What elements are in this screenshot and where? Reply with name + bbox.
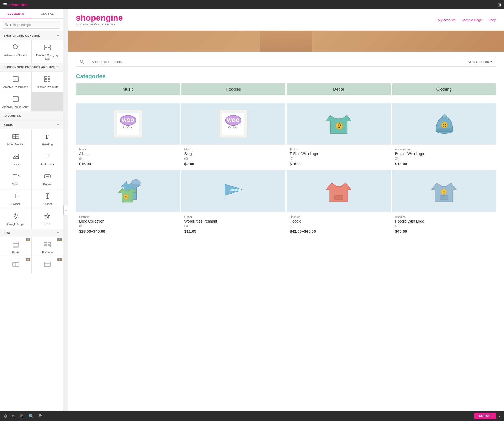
sidebar-search-area: 🔍 [0,19,63,31]
product-card-hoodie-logo[interactable]: Hoodies Hoodie With Logo (0) $45.00 [392,170,496,237]
product-card-album[interactable]: WOO the album Music Album (0) $15.00 [76,103,180,169]
svg-rect-45 [48,242,51,244]
widget-video[interactable]: Video [0,169,31,189]
search-toolbar-icon[interactable]: 🔍 [29,414,34,419]
widget-advanced-search[interactable]: Advanced Search [0,40,31,63]
archive-products-icon [44,75,51,84]
nav-my-account[interactable]: My account [438,18,455,22]
section-basic[interactable]: BASIC ▼ [0,121,63,129]
svg-text:WOO: WOO [227,117,240,123]
svg-point-72 [442,115,447,119]
svg-rect-29 [13,174,17,178]
category-clothing[interactable]: Clothing [392,83,496,95]
product-card-beanie[interactable]: Accessories Beanie With Logo (0) $18.00 [392,103,496,169]
category-select-wrap[interactable]: All Categories ▾ [464,57,496,66]
sidebar-collapse-button[interactable]: ‹ [63,205,68,215]
section-shopengine-product-archive[interactable]: SHOPENGINE PRODUCT ARCHIVE ▼ [0,63,63,72]
section-shopengine-general[interactable]: SHOPENGINE GENERAL ▼ [0,31,63,40]
product-info-tshirt: Tshirts T-Shirt With Logo (0) $18.00 [287,145,391,169]
svg-point-75 [445,124,446,125]
settings-icon[interactable]: ⚙ [4,414,7,419]
archive-description-icon [12,75,19,84]
preview-icon[interactable]: 👁 [38,414,42,418]
update-button[interactable]: UPDATE [474,413,496,419]
history-icon[interactable]: ↺ [12,414,15,419]
widget-heading[interactable]: T Heading [32,129,63,149]
widget-portfolio[interactable]: 🔒 Portfolio [32,237,63,257]
product-info-hoodie: Hoodies Hoodie (0) $42.00–$45.00 [287,212,391,237]
product-name-beanie: Beanie With Logo [395,152,493,156]
widget-divider[interactable]: Divider [0,189,31,208]
section-favorites[interactable]: FAVORITES › [0,111,63,121]
product-card-hoodie[interactable]: Hoodies Hoodie (0) $42.00–$45.00 [287,170,391,237]
tab-elements[interactable]: ELEMENTS [0,9,32,18]
svg-rect-5 [48,45,50,47]
product-name-pennant: WordPress Pennant [184,219,283,223]
portfolio-icon [44,241,51,249]
categories-section: Categories Music Hoodies Decor Clothing [76,73,496,95]
pro-badge-portfolio: 🔒 [57,238,62,241]
product-card-logo-collection[interactable]: Clothing Logo Collection (0) $18.00–$45.… [76,170,180,237]
widget-label-google-maps: Google Maps [7,223,24,226]
section-arrow-shopengine-general: ▼ [57,34,59,37]
product-image-tshirt [287,103,391,145]
widget-label-portfolio: Portfolio [42,251,53,254]
product-card-pennant[interactable]: WORDPRESS Decor WordPress Pennant (0) $1… [181,170,286,237]
apps-grid-icon[interactable]: ⊞ [497,2,501,7]
widget-archive-result-count[interactable]: Archive Result Count [0,92,31,111]
basic-widgets: Inner Section T Heading [0,129,63,229]
category-hoodies[interactable]: Hoodies [181,83,286,95]
widget-google-maps[interactable]: Google Maps [0,209,31,229]
product-category-tshirt: Tshirts [290,148,388,151]
main-content: All Categories ▾ Categories Music Hoodie… [68,52,504,244]
responsive-icon[interactable]: 📱 [19,414,24,419]
toolbar-menu-icon[interactable]: ▾ [499,414,500,418]
product-name-hoodie-logo: Hoodie With Logo [395,219,493,223]
widget-button[interactable]: Button [32,169,63,189]
svg-rect-71 [436,129,453,132]
product-card-single[interactable]: WOO the single Music Single (0) $2.00 [181,103,286,169]
product-name-album: Album [79,152,177,156]
inner-section-icon [12,133,19,141]
search-input[interactable] [3,21,60,29]
widget-pro-3[interactable]: 🔒 [0,257,31,273]
svg-marker-39 [47,197,48,198]
svg-line-1 [17,48,19,50]
widget-image[interactable]: Image [0,149,31,169]
shopengine-archive-widgets: Archive Description Archive Products [0,72,63,111]
widget-inner-section[interactable]: Inner Section [0,129,31,149]
svg-text:T: T [45,133,49,140]
product-search-input[interactable] [88,57,464,66]
nav-sample-page[interactable]: Sample Page [462,18,482,22]
section-title-shopengine-general: SHOPENGINE GENERAL [4,34,40,37]
product-info-single: Music Single (0) $2.00 [181,145,286,169]
widget-spacer[interactable]: Spacer [32,189,63,208]
svg-marker-30 [18,175,19,177]
widget-archive-products[interactable]: Archive Products [32,72,63,91]
section-pro[interactable]: PRO ▼ [0,229,63,237]
widget-archive-description[interactable]: Archive Description [0,72,31,91]
elementor-logo: elementor [9,3,28,7]
svg-text:WORDPRESS: WORDPRESS [230,189,243,191]
hamburger-icon[interactable]: ☰ [3,2,7,7]
svg-point-79 [124,194,128,199]
pro-badge-posts: 🔒 [26,238,30,241]
svg-rect-47 [48,245,51,247]
widget-posts[interactable]: 🔒 Posts [0,237,31,257]
top-bar: ☰ elementor ⊞ [0,0,504,9]
nav-shop[interactable]: Shop [488,18,496,22]
widget-label-image: Image [12,163,20,166]
widget-product-category-list[interactable]: Product Category List [32,40,63,63]
tab-global[interactable]: GLOBAL [32,9,63,18]
category-music[interactable]: Music [76,83,180,95]
hero-image [68,31,504,52]
product-price-tshirt: $18.00 [290,162,388,166]
widget-icon[interactable]: Icon [32,209,63,229]
product-image-beanie [392,103,496,145]
widget-text-editor[interactable]: Text Editor [32,149,63,169]
widget-pro-4[interactable]: 🔒 [32,257,63,273]
product-rating-pennant: (0) [184,224,283,227]
category-decor[interactable]: Decor [287,83,391,95]
content-area: shopengine Just another WordPress site M… [68,9,504,411]
product-card-tshirt[interactable]: Tshirts T-Shirt With Logo (0) $18.00 [287,103,391,169]
